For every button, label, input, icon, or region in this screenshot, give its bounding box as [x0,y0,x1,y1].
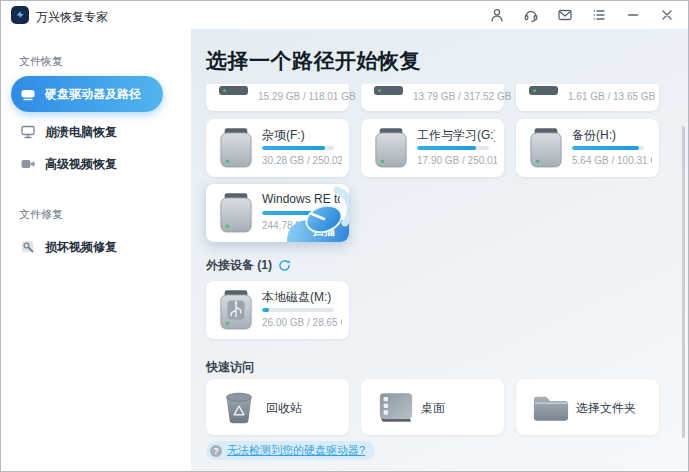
user-icon[interactable] [488,6,506,24]
drive-size: 15.29 GB / 118.01 GB [258,91,356,102]
app-title: 万兴恢复专家 [36,9,108,26]
monitor-icon [20,124,36,140]
drive-row-partial: 15.29 GB / 118.01 GB 13.79 GB / 317.52 G… [206,84,659,111]
quick-card-label: 桌面 [421,400,445,417]
quick-card-recycle-bin[interactable]: 回收站 [206,379,349,435]
app-window: 万兴恢复专家 文件恢复 硬盘驱动器及路 [0,0,689,472]
vertical-scrollbar[interactable] [682,126,685,438]
capacity-bar [572,146,644,150]
sidebar-item-hard-drives-and-paths[interactable]: 硬盘驱动器及路径 [11,76,163,112]
drive-size: 26.00 GB / 28.65 GB [262,317,342,328]
capacity-bar [262,308,334,312]
drive-row: 杂项(F:) 30.28 GB / 250.02 GB 工作与学习(G:) 17… [206,119,659,177]
partial-drive-card[interactable]: 13.79 GB / 317.52 GB [361,84,504,111]
question-icon: ? [210,445,222,457]
drive-icon [219,86,248,95]
app-logo-icon [11,6,29,24]
drive-name: 杂项(F:) [262,127,305,144]
sidebar-item-advanced-video-recovery[interactable]: 高级视频恢复 [11,149,163,179]
drive-not-detected-help[interactable]: ? 无法检测到您的硬盘驱动器? [206,441,375,460]
wrench-icon [20,239,36,255]
close-icon[interactable] [658,6,676,24]
capacity-bar [417,146,489,150]
external-drive-row: 本地磁盘(M:) 26.00 GB / 28.65 GB [206,281,349,339]
drive-size: 30.28 GB / 250.02 GB [262,155,342,166]
drive-icon [219,128,253,170]
quick-card-select-folder[interactable]: 选择文件夹 [516,379,659,435]
drive-size: 5.64 GB / 100.31 GB [572,155,652,166]
drive-card-backup-h[interactable]: 备份(H:) 5.64 GB / 100.31 GB [516,119,659,177]
quick-card-desktop[interactable]: 桌面 [361,379,504,435]
sidebar-item-corrupted-video-repair[interactable]: 损坏视频修复 [11,232,163,262]
external-devices-section: 外接设备 (1) [206,257,291,274]
help-link-text: 无法检测到您的硬盘驱动器? [227,443,365,458]
video-icon [20,156,36,172]
desktop-icon [377,391,415,424]
drive-icon [20,86,36,102]
capacity-bar [262,146,334,150]
drive-card-misc-f[interactable]: 杂项(F:) 30.28 GB / 250.02 GB [206,119,349,177]
drive-icon [529,128,563,170]
drive-icon [219,193,253,235]
folder-icon [532,393,570,424]
drive-card-work-g[interactable]: 工作与学习(G:) 17.90 GB / 250.01 GB [361,119,504,177]
quick-card-label: 选择文件夹 [576,400,636,417]
titlebar: 万兴恢复专家 [1,1,688,29]
minimize-icon[interactable] [624,6,642,24]
drive-card-local-m[interactable]: 本地磁盘(M:) 26.00 GB / 28.65 GB [206,281,349,339]
sidebar-item-label: 硬盘驱动器及路径 [45,86,141,103]
drive-name: 备份(H:) [572,127,616,144]
drive-row-hover: Windows RE to 244.78 MB / 98 扫描 [206,184,349,242]
drive-name: 本地磁盘(M:) [262,289,331,306]
drive-icon [529,86,558,95]
drive-size: 13.79 GB / 317.52 GB [413,91,511,102]
drive-size: 17.90 GB / 250.01 GB [417,155,497,166]
usb-drive-icon [219,290,253,332]
sidebar-item-crashed-computer-recovery[interactable]: 崩溃电脑恢复 [11,117,163,147]
drive-card-windows-re[interactable]: Windows RE to 244.78 MB / 98 扫描 [206,184,349,242]
external-devices-label: 外接设备 (1) [206,257,272,274]
partial-drive-card[interactable]: 15.29 GB / 118.01 GB [206,84,349,111]
titlebar-actions [488,1,676,29]
drive-size: 1.61 GB / 13.65 GB [568,91,655,102]
headset-icon[interactable] [522,6,540,24]
sidebar-item-label: 崩溃电脑恢复 [45,124,117,141]
refresh-icon[interactable] [278,259,291,272]
page-title: 选择一个路径开始恢复 [206,47,421,75]
recycle-bin-icon [222,391,256,425]
drive-icon [374,128,408,170]
sidebar-item-label: 损坏视频修复 [45,239,117,256]
sidebar-item-label: 高级视频恢复 [45,156,117,173]
quick-access-row: 回收站 桌面 选择文件夹 [206,379,659,435]
menu-icon[interactable] [590,6,608,24]
sidebar-section-file-recovery: 文件恢复 [19,54,63,69]
partial-drive-card[interactable]: 1.61 GB / 13.65 GB [516,84,659,111]
drive-icon [374,86,403,95]
sidebar-section-file-repair: 文件修复 [19,207,63,222]
scan-lens-icon [297,186,349,242]
quick-card-label: 回收站 [266,400,302,417]
sidebar: 文件恢复 硬盘驱动器及路径 崩溃电脑恢复 高级视频恢复 文件修复 损坏视频修复 [1,29,191,471]
main-panel: 选择一个路径开始恢复 15.29 GB / 118.01 GB 13.79 GB… [191,29,688,471]
quick-access-label: 快速访问 [206,359,254,376]
drive-name: 工作与学习(G:) [417,127,495,144]
mail-icon[interactable] [556,6,574,24]
